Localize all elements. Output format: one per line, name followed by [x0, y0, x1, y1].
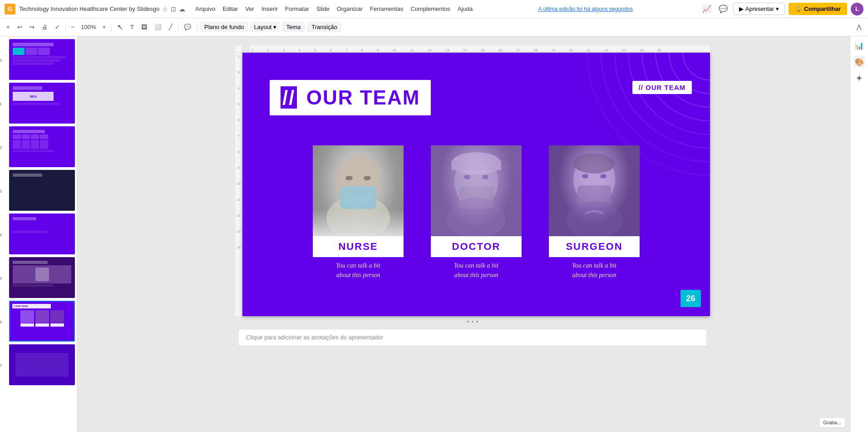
title-text: OUR TEAM: [306, 86, 420, 109]
scroll-dot: [467, 321, 469, 323]
bottom-scrollbar: [239, 318, 706, 325]
scroll-dot: [476, 321, 478, 323]
slide-row-20: 20: [2, 39, 75, 82]
notes-area[interactable]: Clique para adicionar as anotações do ap…: [239, 329, 706, 345]
transition-button[interactable]: Transição: [307, 22, 342, 32]
canvas-area: 1 2 3 4 5 6 7 8 9 10 11 12 13 14 15 16 1: [77, 36, 868, 432]
toolbar-sep-1: [65, 23, 66, 32]
slide-thumb-21[interactable]: 98%: [9, 83, 75, 124]
svg-point-19: [447, 198, 506, 236]
present-dropdown-icon: ▾: [776, 5, 779, 12]
svg-point-24: [600, 174, 607, 179]
add-slide-button[interactable]: +: [4, 22, 13, 32]
last-edit-label: A última edição foi há alguns segundos: [538, 6, 633, 12]
slide-number-badge: 26: [681, 290, 701, 307]
nurse-name-box: NURSE: [313, 236, 404, 257]
background-button[interactable]: Plano de fundo: [200, 22, 248, 32]
app-icon: G: [5, 4, 15, 15]
image-tool[interactable]: 🖼: [138, 22, 150, 32]
slide-row-22: 22: [2, 126, 75, 169]
slide-row-26: 26 // OUR TEAM: [2, 301, 75, 343]
slide-num-23: 23: [0, 189, 2, 194]
team-member-doctor: DOCTOR You can talk a bit about this per…: [426, 145, 526, 280]
slide-canvas[interactable]: // OUR TEAM // OUR TEAM: [242, 53, 710, 316]
scroll-dot: [472, 321, 473, 323]
avatar[interactable]: L: [851, 3, 863, 15]
menu-ver[interactable]: Ver: [242, 4, 257, 14]
slide-thumb-24[interactable]: [9, 214, 75, 254]
svg-point-18: [482, 175, 488, 179]
svg-point-25: [566, 201, 622, 236]
slide-thumb-25[interactable]: [9, 257, 75, 298]
doctor-name-box: DOCTOR: [431, 236, 522, 257]
toolbar-sep-2: [111, 23, 112, 32]
document-title: Technology Innovation Healthcare Center …: [19, 5, 159, 12]
slide-thumb-23[interactable]: [9, 170, 75, 211]
collapse-panel-button[interactable]: ⋀: [854, 22, 864, 32]
menu-complementos[interactable]: Complementos: [408, 4, 453, 14]
menu-arquivo[interactable]: Arquivo: [192, 4, 218, 14]
team-member-surgeon: SURGEON You can talk a bit about this pe…: [544, 145, 644, 280]
slide-row-23: 23: [2, 170, 75, 213]
zoom-in-button[interactable]: +: [99, 22, 108, 32]
share-button[interactable]: 🔒 Compartilhar: [789, 3, 847, 15]
right-panel-chart-icon[interactable]: 📊: [854, 40, 865, 51]
svg-rect-10: [340, 186, 376, 209]
present-icon: ▶: [739, 5, 744, 12]
nurse-photo: [313, 145, 404, 236]
menu-inserir[interactable]: Inserir: [259, 4, 281, 14]
theme-button[interactable]: Tema: [282, 22, 306, 32]
svg-point-11: [345, 176, 353, 180]
top-right-actions: 📈 💬 ▶ Apresentar ▾ 🔒 Compartilhar L: [700, 3, 864, 15]
svg-point-0: [683, 53, 710, 80]
comment-tool[interactable]: 💬: [181, 22, 194, 32]
topbar: G Technology Innovation Healthcare Cente…: [0, 0, 868, 18]
grab-button[interactable]: Graba...: [819, 417, 845, 427]
lock-icon: 🔒: [795, 5, 802, 12]
team-member-nurse: NURSE You can talk a bit about this pers…: [308, 145, 408, 280]
cloud-icon[interactable]: ☁: [179, 5, 185, 13]
menu-ajuda[interactable]: Ajuda: [455, 4, 475, 14]
undo-button[interactable]: ↩: [15, 22, 25, 32]
menu-editar[interactable]: Editar: [220, 4, 241, 14]
line-tool[interactable]: ╱: [166, 22, 175, 32]
right-panel-plus-icon[interactable]: +: [854, 73, 865, 84]
slide-title-text: // OUR TEAM: [281, 86, 420, 109]
redo-button[interactable]: ↪: [27, 22, 37, 32]
print-button[interactable]: 🖨: [39, 22, 50, 32]
slide-thumb-22[interactable]: [9, 126, 75, 167]
text-tool[interactable]: T: [128, 22, 137, 32]
stats-icon[interactable]: 📈: [700, 3, 713, 15]
layout-button[interactable]: Layout ▾: [250, 22, 280, 32]
right-panel-palette-icon[interactable]: 🎨: [854, 56, 865, 67]
surgeon-desc: You can talk a bit about this person: [572, 261, 616, 280]
slide-thumb-26[interactable]: // OUR TEAM: [9, 301, 75, 342]
present-button[interactable]: ▶ Apresentar ▾: [733, 3, 785, 15]
toolbar-sep-3: [178, 23, 178, 32]
menu-slide[interactable]: Slide: [314, 4, 332, 14]
svg-point-5: [615, 53, 710, 148]
top-right-label: // OUR TEAM: [632, 81, 692, 94]
ruler-horizontal: 1 2 3 4 5 6 7 8 9 10 11 12 13 14 15 16 1: [250, 45, 710, 53]
cursor-tool[interactable]: ↖: [114, 21, 126, 33]
star-icon[interactable]: ☆: [162, 5, 168, 13]
nurse-desc: You can talk a bit about this person: [336, 261, 380, 280]
comment-icon[interactable]: 💬: [717, 3, 730, 15]
slide-row-24: 24: [2, 214, 75, 256]
menu-ferramentas[interactable]: Ferramentas: [367, 4, 406, 14]
folder-icon[interactable]: ⊡: [171, 5, 176, 13]
zoom-out-button[interactable]: −: [69, 22, 78, 32]
menu-formatar[interactable]: Formatar: [282, 4, 312, 14]
layout-dropdown-icon: ▾: [273, 24, 276, 30]
slide-thumb-27[interactable]: [9, 344, 75, 385]
doctor-photo: [431, 145, 522, 236]
doctor-name: DOCTOR: [431, 241, 522, 253]
spell-check-button[interactable]: ✓: [52, 22, 63, 32]
right-panel: 📊 🎨 +: [850, 36, 868, 432]
slide-title-box[interactable]: // OUR TEAM: [270, 80, 431, 115]
surgeon-photo: [549, 145, 640, 236]
title-icons: ☆ ⊡ ☁: [162, 5, 185, 13]
menu-organizar[interactable]: Organizar: [334, 4, 365, 14]
shape-tool[interactable]: ⬜: [152, 22, 164, 32]
slide-thumb-20[interactable]: [9, 39, 75, 80]
